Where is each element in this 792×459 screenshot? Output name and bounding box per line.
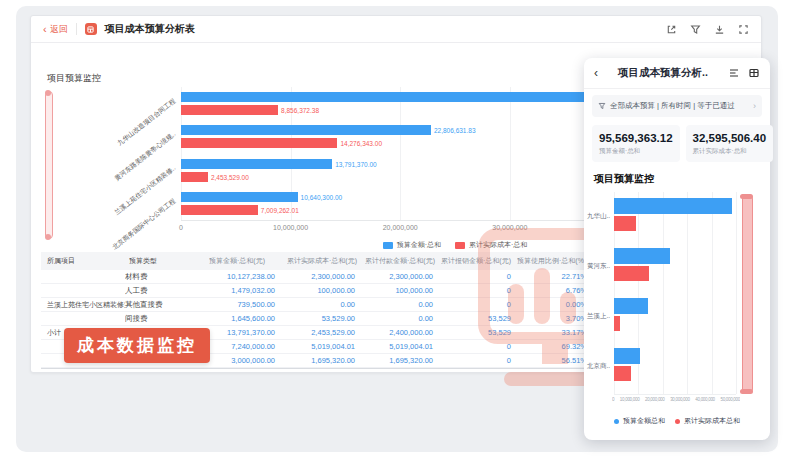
legend-swatch	[614, 419, 619, 424]
fullscreen-icon[interactable]	[738, 24, 749, 35]
panel-chart-scrollbar[interactable]	[742, 194, 753, 394]
mobile-preview-panel: ‹ 项目成本预算分析.. 全部成本预算 | 所有时间 | 等于已通过 › 95,…	[584, 58, 770, 440]
table-cell: 5,019,004.01	[281, 342, 361, 351]
panel-category-axis: 九华山..黄河东..兰溪上..北京商..	[584, 192, 612, 394]
bar-value-label: 22,806,631.83	[434, 126, 476, 135]
table-cell: 0	[439, 342, 517, 351]
legend-label: 预算金额总和	[623, 416, 665, 426]
funnel-icon	[598, 102, 606, 110]
category-label: 北京商..	[587, 362, 610, 371]
table-cell: 7,240,000.00	[201, 342, 281, 351]
bar	[614, 366, 631, 381]
bar	[181, 192, 298, 202]
table-cell: 2,300,000.00	[281, 272, 361, 281]
legend-label: 累计实际成本·总和	[469, 240, 527, 250]
table-cell: 100,000.00	[361, 286, 439, 295]
table-cell: 2,400,000.00	[361, 328, 439, 337]
legend-item[interactable]: 预算金额总和	[614, 416, 665, 426]
bar-value-label: 14,276,343.00	[340, 139, 382, 148]
table-cell: 0.00	[281, 300, 361, 309]
x-tick-label: 30,000,000	[492, 224, 527, 231]
table-cell: 1,479,032.00	[201, 286, 281, 295]
metric-cards: 95,569,363.12 预算金额·总和 32,595,506.40 累计实际…	[592, 125, 762, 162]
bar-value-label: 7,009,262.01	[261, 206, 299, 215]
panel-legend: 预算金额总和累计实际成本总和	[584, 416, 770, 426]
table-cell: 兰溪上苑住宅小区精装修第...	[41, 300, 125, 310]
table-cell: 22.71%	[517, 272, 593, 281]
metric-label: 预算金额·总和	[599, 147, 673, 156]
x-tick-label: 50,000,000	[720, 397, 740, 402]
table-cell: 5,019,004.01	[361, 342, 439, 351]
table-cell: 33.17%	[517, 328, 593, 337]
panel-section-title: 项目预算监控	[594, 172, 760, 186]
table-cell: 人工费	[125, 286, 201, 296]
category-label: 黄河东..	[587, 262, 610, 271]
table-cell: 53,529	[439, 328, 517, 337]
column-header: 预算类型	[129, 256, 209, 266]
divider	[76, 23, 77, 35]
legend-item[interactable]: 累计实际成本总和	[675, 416, 740, 426]
table-cell: 0	[439, 300, 517, 309]
bar-value-label: 10,640,300.00	[301, 193, 343, 202]
back-button[interactable]: ‹ 返回	[43, 23, 68, 36]
report-app-icon	[85, 23, 97, 35]
page-title: 项目成本预算分析表	[105, 22, 195, 36]
table-cell: 1,695,320.00	[361, 356, 439, 365]
bar	[614, 248, 670, 264]
panel-header: ‹ 项目成本预算分析..	[584, 58, 770, 89]
bar	[181, 105, 278, 115]
legend-item[interactable]: 预算金额·总和	[383, 240, 441, 250]
table-icon[interactable]	[748, 67, 760, 79]
gridline	[687, 192, 688, 394]
x-tick-label: 10,000,000	[273, 224, 308, 231]
table-cell: 0	[439, 272, 517, 281]
x-tick-label: 10,000,000	[620, 397, 640, 402]
table-cell: 13,791,370.00	[201, 328, 281, 337]
x-tick-label: 0	[179, 224, 183, 231]
bar	[614, 316, 620, 331]
x-tick-label: 40,000,000	[695, 397, 715, 402]
column-header: 累计付款金额·总和(元)	[365, 256, 441, 266]
bar-value-label: 8,856,372.38	[281, 106, 319, 115]
x-tick-label: 30,000,000	[670, 397, 690, 402]
gridline	[510, 87, 511, 220]
table-cell: 3,000,000.00	[201, 356, 281, 365]
table-cell: 0.00%	[517, 300, 593, 309]
table-cell: 53,529.00	[281, 314, 361, 323]
panel-title: 项目成本预算分析..	[598, 66, 728, 80]
table-cell: 2,300,000.00	[361, 272, 439, 281]
table-cell: 56.51%	[517, 356, 593, 365]
column-header: 累计报销金额·总和(元)	[441, 256, 517, 266]
export-icon[interactable]	[714, 24, 725, 35]
legend-item[interactable]: 累计实际成本·总和	[455, 240, 527, 250]
table-cell: 1,645,600.00	[201, 314, 281, 323]
table-cell: 739,500.00	[201, 300, 281, 309]
bar	[181, 172, 208, 182]
category-label: 九华山..	[587, 212, 610, 221]
metric-card-budget: 95,569,363.12 预算金额·总和	[592, 125, 680, 162]
bar	[614, 298, 648, 314]
chevron-right-icon: ›	[753, 101, 756, 111]
column-header: 预算使用比例·总和(%)	[517, 256, 591, 266]
table-cell: 2,453,529.00	[281, 328, 361, 337]
table-cell: 其他直接费	[125, 300, 201, 310]
filter-text: 全部成本预算 | 所有时间 | 等于已通过	[610, 101, 735, 111]
metric-label: 累计实际成本·总和	[693, 147, 767, 156]
legend-swatch	[383, 242, 393, 249]
back-chevron-icon: ‹	[43, 25, 47, 34]
table-cell: 3.70%	[517, 314, 593, 323]
share-icon[interactable]	[666, 24, 677, 35]
filter-icon[interactable]	[690, 24, 701, 35]
bar	[614, 266, 649, 281]
legend-label: 累计实际成本总和	[684, 416, 740, 426]
list-icon[interactable]	[728, 67, 740, 79]
table-cell: 0.00	[361, 314, 439, 323]
bar	[181, 159, 332, 169]
gridline	[712, 192, 713, 394]
metric-value: 32,595,506.40	[693, 132, 767, 144]
filter-bar[interactable]: 全部成本预算 | 所有时间 | 等于已通过 ›	[592, 95, 762, 117]
panel-plot-area	[614, 192, 736, 395]
bar	[181, 138, 337, 148]
legend-swatch	[675, 419, 680, 424]
panel-x-axis: 010,000,00020,000,00030,000,00040,000,00…	[612, 397, 740, 402]
